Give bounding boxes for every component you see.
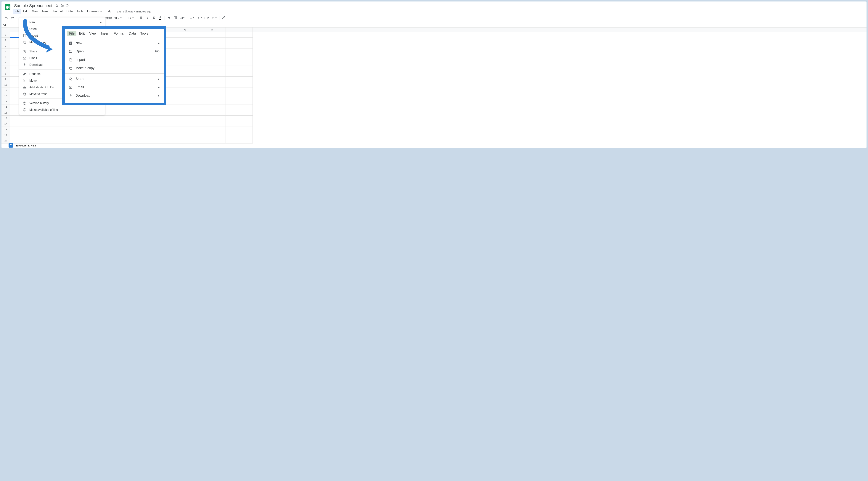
text-rotation-button[interactable]: ▼ xyxy=(211,15,218,21)
cell[interactable] xyxy=(37,127,64,132)
row-header[interactable]: 20 xyxy=(1,138,10,143)
cell[interactable] xyxy=(37,116,64,121)
row-header[interactable]: 5 xyxy=(1,54,10,60)
strikethrough-button[interactable]: S xyxy=(151,15,157,21)
column-header[interactable]: I xyxy=(226,28,253,32)
row-header[interactable]: 9 xyxy=(1,76,10,82)
cell[interactable] xyxy=(199,43,226,49)
cell[interactable] xyxy=(91,132,118,138)
cell[interactable] xyxy=(118,121,145,127)
select-all-corner[interactable] xyxy=(1,28,10,32)
menu-view[interactable]: View xyxy=(30,9,40,14)
cell[interactable] xyxy=(145,110,172,116)
row-header[interactable]: 15 xyxy=(1,110,10,116)
cell[interactable] xyxy=(145,121,172,127)
cell[interactable] xyxy=(199,71,226,76)
menu-item-import[interactable]: Import xyxy=(65,56,164,64)
row-header[interactable]: 16 xyxy=(1,116,10,121)
row-header[interactable]: 13 xyxy=(1,99,10,104)
cell[interactable] xyxy=(226,110,253,116)
menu-format[interactable]: Format xyxy=(52,9,64,14)
cell[interactable] xyxy=(199,116,226,121)
cell[interactable] xyxy=(10,138,37,143)
cell[interactable] xyxy=(118,110,145,116)
cell[interactable] xyxy=(226,60,253,65)
cell[interactable] xyxy=(172,110,199,116)
borders-button[interactable] xyxy=(173,15,178,21)
cell[interactable] xyxy=(118,132,145,138)
cell[interactable] xyxy=(10,121,37,127)
cell[interactable] xyxy=(64,121,91,127)
cell[interactable] xyxy=(226,32,253,37)
cell[interactable] xyxy=(145,132,172,138)
cell[interactable] xyxy=(145,138,172,143)
cell[interactable] xyxy=(91,127,118,132)
row-header[interactable]: 6 xyxy=(1,60,10,65)
column-header[interactable]: G xyxy=(172,28,199,32)
cell[interactable] xyxy=(226,43,253,49)
cell[interactable] xyxy=(118,138,145,143)
cell[interactable] xyxy=(226,116,253,121)
row-header[interactable]: 3 xyxy=(1,43,10,49)
cell[interactable] xyxy=(199,76,226,82)
menu-data[interactable]: Data xyxy=(65,9,74,14)
font-select[interactable]: Default (Ari...▼ xyxy=(102,17,123,19)
cell[interactable] xyxy=(172,104,199,110)
row-header[interactable]: 2 xyxy=(1,37,10,43)
document-title[interactable]: Sample Spreadsheet xyxy=(13,3,53,8)
cell[interactable] xyxy=(226,37,253,43)
insert-link-button[interactable] xyxy=(221,15,226,21)
last-edit-link[interactable]: Last edit was 4 minutes ago xyxy=(117,10,152,13)
cell[interactable] xyxy=(226,127,253,132)
cell[interactable] xyxy=(226,104,253,110)
cell[interactable] xyxy=(172,49,199,54)
cell[interactable] xyxy=(226,121,253,127)
menu-item-new[interactable]: New▶ xyxy=(65,39,164,47)
row-header[interactable]: 7 xyxy=(1,65,10,71)
cell[interactable] xyxy=(145,127,172,132)
cell[interactable] xyxy=(91,121,118,127)
cell[interactable] xyxy=(172,76,199,82)
menu-edit[interactable]: Edit xyxy=(22,9,30,14)
cell[interactable] xyxy=(64,116,91,121)
cell[interactable] xyxy=(226,138,253,143)
overlay-menu-insert[interactable]: Insert xyxy=(99,31,111,36)
cell[interactable] xyxy=(226,65,253,71)
cell[interactable] xyxy=(172,71,199,76)
cell[interactable] xyxy=(145,116,172,121)
cell[interactable] xyxy=(199,49,226,54)
cell[interactable] xyxy=(199,93,226,99)
column-header[interactable]: H xyxy=(199,28,226,32)
cell[interactable] xyxy=(199,132,226,138)
vertical-align-button[interactable]: ▼ xyxy=(196,15,203,21)
row-header[interactable]: 14 xyxy=(1,104,10,110)
cell[interactable] xyxy=(172,32,199,37)
cell[interactable] xyxy=(64,127,91,132)
cell[interactable] xyxy=(10,132,37,138)
overlay-menu-view[interactable]: View xyxy=(87,31,98,36)
cell[interactable] xyxy=(199,82,226,88)
fill-color-button[interactable] xyxy=(166,15,172,21)
cell[interactable] xyxy=(226,76,253,82)
cell[interactable] xyxy=(172,93,199,99)
cell[interactable] xyxy=(199,60,226,65)
menu-item-new[interactable]: New▶ xyxy=(19,19,105,26)
cell[interactable] xyxy=(172,82,199,88)
cell[interactable] xyxy=(199,138,226,143)
menu-item-open[interactable]: Open⌘O xyxy=(65,47,164,56)
cell[interactable] xyxy=(118,116,145,121)
cell[interactable] xyxy=(172,121,199,127)
cell[interactable] xyxy=(172,132,199,138)
italic-button[interactable]: I xyxy=(145,15,150,21)
cell[interactable] xyxy=(199,88,226,93)
cell[interactable] xyxy=(226,93,253,99)
cell[interactable] xyxy=(199,110,226,116)
cell[interactable] xyxy=(199,65,226,71)
cell[interactable] xyxy=(172,54,199,60)
undo-button[interactable] xyxy=(3,15,9,21)
menu-item-make-available-offline[interactable]: Make available offline xyxy=(19,106,105,113)
cell[interactable] xyxy=(172,99,199,104)
cell[interactable] xyxy=(226,54,253,60)
menu-item-share[interactable]: Share▶ xyxy=(65,75,164,83)
move-folder-icon[interactable] xyxy=(60,4,64,8)
